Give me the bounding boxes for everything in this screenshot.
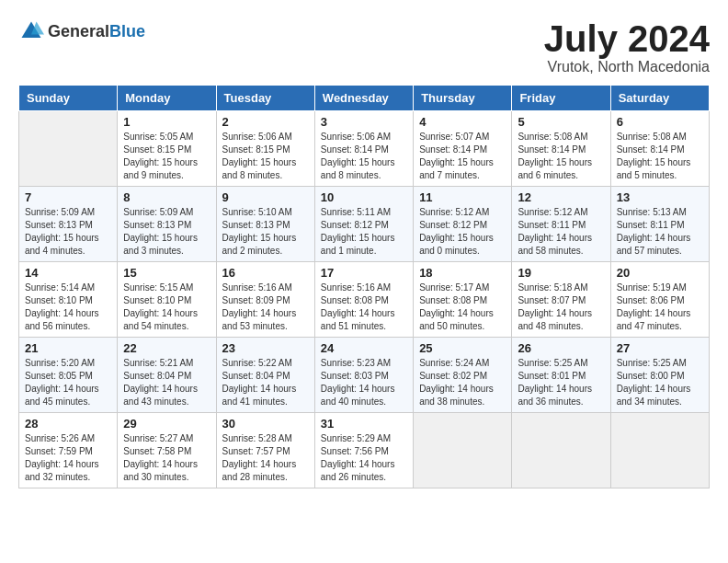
day-info: Sunrise: 5:19 AMSunset: 8:06 PMDaylight:… [617,282,703,333]
calendar-cell: 25Sunrise: 5:24 AMSunset: 8:02 PMDayligh… [414,338,512,413]
page-header: GeneralBlue July 2024 Vrutok, North Mace… [18,18,710,75]
day-number: 31 [321,417,407,431]
calendar-cell: 5Sunrise: 5:08 AMSunset: 8:14 PMDaylight… [512,111,610,187]
day-number: 26 [518,341,604,355]
header-day-wednesday: Wednesday [314,86,413,111]
day-info: Sunrise: 5:08 AMSunset: 8:14 PMDaylight:… [617,131,703,182]
month-title: July 2024 [544,18,710,59]
day-info: Sunrise: 5:22 AMSunset: 8:04 PMDaylight:… [222,357,309,408]
day-info: Sunrise: 5:14 AMSunset: 8:10 PMDaylight:… [25,282,111,333]
day-number: 19 [518,266,604,280]
day-number: 15 [123,266,210,280]
calendar-cell [414,413,512,488]
day-number: 24 [321,341,407,355]
calendar-table: SundayMondayTuesdayWednesdayThursdayFrid… [18,85,710,488]
calendar-cell: 27Sunrise: 5:25 AMSunset: 8:00 PMDayligh… [610,338,709,413]
calendar-cell: 10Sunrise: 5:11 AMSunset: 8:12 PMDayligh… [314,187,413,262]
day-number: 23 [222,341,309,355]
day-number: 8 [123,190,210,204]
day-info: Sunrise: 5:26 AMSunset: 7:59 PMDaylight:… [25,432,111,484]
calendar-cell: 8Sunrise: 5:09 AMSunset: 8:13 PMDaylight… [118,187,216,262]
day-info: Sunrise: 5:15 AMSunset: 8:10 PMDaylight:… [123,282,210,333]
day-info: Sunrise: 5:12 AMSunset: 8:11 PMDaylight:… [518,206,604,258]
day-info: Sunrise: 5:09 AMSunset: 8:13 PMDaylight:… [25,206,111,258]
day-info: Sunrise: 5:21 AMSunset: 8:04 PMDaylight:… [123,357,210,408]
day-info: Sunrise: 5:17 AMSunset: 8:08 PMDaylight:… [419,282,506,333]
calendar-cell: 18Sunrise: 5:17 AMSunset: 8:08 PMDayligh… [414,262,512,338]
day-info: Sunrise: 5:24 AMSunset: 8:02 PMDaylight:… [419,357,506,408]
header-row: SundayMondayTuesdayWednesdayThursdayFrid… [19,86,710,111]
day-info: Sunrise: 5:29 AMSunset: 7:56 PMDaylight:… [321,432,407,484]
day-info: Sunrise: 5:11 AMSunset: 8:12 PMDaylight:… [321,206,407,258]
day-info: Sunrise: 5:09 AMSunset: 8:13 PMDaylight:… [123,206,210,258]
calendar-cell: 31Sunrise: 5:29 AMSunset: 7:56 PMDayligh… [314,413,413,488]
calendar-cell [512,413,610,488]
week-row-5: 28Sunrise: 5:26 AMSunset: 7:59 PMDayligh… [19,413,710,488]
calendar-cell: 24Sunrise: 5:23 AMSunset: 8:03 PMDayligh… [314,338,413,413]
day-info: Sunrise: 5:16 AMSunset: 8:08 PMDaylight:… [321,282,407,333]
day-info: Sunrise: 5:25 AMSunset: 8:01 PMDaylight:… [518,357,604,408]
calendar-cell: 22Sunrise: 5:21 AMSunset: 8:04 PMDayligh… [118,338,216,413]
day-info: Sunrise: 5:06 AMSunset: 8:15 PMDaylight:… [222,131,309,182]
day-info: Sunrise: 5:28 AMSunset: 7:57 PMDaylight:… [222,432,309,484]
logo-text-blue: Blue [109,22,145,40]
day-number: 20 [617,266,703,280]
calendar-cell: 9Sunrise: 5:10 AMSunset: 8:13 PMDaylight… [216,187,314,262]
day-number: 22 [123,341,210,355]
calendar-cell: 7Sunrise: 5:09 AMSunset: 8:13 PMDaylight… [19,187,118,262]
calendar-cell: 14Sunrise: 5:14 AMSunset: 8:10 PMDayligh… [19,262,118,338]
calendar-cell: 12Sunrise: 5:12 AMSunset: 8:11 PMDayligh… [512,187,610,262]
day-number: 13 [617,190,703,204]
day-info: Sunrise: 5:06 AMSunset: 8:14 PMDaylight:… [321,131,407,182]
day-number: 17 [321,266,407,280]
calendar-cell: 23Sunrise: 5:22 AMSunset: 8:04 PMDayligh… [216,338,314,413]
calendar-cell: 11Sunrise: 5:12 AMSunset: 8:12 PMDayligh… [414,187,512,262]
day-info: Sunrise: 5:10 AMSunset: 8:13 PMDaylight:… [222,206,309,258]
day-number: 1 [123,115,210,129]
calendar-cell: 3Sunrise: 5:06 AMSunset: 8:14 PMDaylight… [314,111,413,187]
day-number: 2 [222,115,309,129]
day-number: 4 [419,115,506,129]
day-info: Sunrise: 5:27 AMSunset: 7:58 PMDaylight:… [123,432,210,484]
calendar-cell: 4Sunrise: 5:07 AMSunset: 8:14 PMDaylight… [414,111,512,187]
calendar-cell: 19Sunrise: 5:18 AMSunset: 8:07 PMDayligh… [512,262,610,338]
day-info: Sunrise: 5:13 AMSunset: 8:11 PMDaylight:… [617,206,703,258]
logo-icon [18,18,44,44]
calendar-cell: 1Sunrise: 5:05 AMSunset: 8:15 PMDaylight… [118,111,216,187]
location-title: Vrutok, North Macedonia [544,59,710,75]
day-number: 10 [321,190,407,204]
logo-text-general: General [48,22,109,40]
calendar-cell: 28Sunrise: 5:26 AMSunset: 7:59 PMDayligh… [19,413,118,488]
header-day-tuesday: Tuesday [216,86,314,111]
logo: GeneralBlue [18,18,145,44]
day-info: Sunrise: 5:20 AMSunset: 8:05 PMDaylight:… [25,357,111,408]
calendar-cell: 30Sunrise: 5:28 AMSunset: 7:57 PMDayligh… [216,413,314,488]
week-row-3: 14Sunrise: 5:14 AMSunset: 8:10 PMDayligh… [19,262,710,338]
day-number: 5 [518,115,604,129]
calendar-cell: 20Sunrise: 5:19 AMSunset: 8:06 PMDayligh… [610,262,709,338]
week-row-2: 7Sunrise: 5:09 AMSunset: 8:13 PMDaylight… [19,187,710,262]
day-number: 9 [222,190,309,204]
day-number: 30 [222,417,309,431]
week-row-1: 1Sunrise: 5:05 AMSunset: 8:15 PMDaylight… [19,111,710,187]
day-number: 16 [222,266,309,280]
day-info: Sunrise: 5:07 AMSunset: 8:14 PMDaylight:… [419,131,506,182]
day-info: Sunrise: 5:23 AMSunset: 8:03 PMDaylight:… [321,357,407,408]
day-number: 14 [25,266,111,280]
day-info: Sunrise: 5:12 AMSunset: 8:12 PMDaylight:… [419,206,506,258]
week-row-4: 21Sunrise: 5:20 AMSunset: 8:05 PMDayligh… [19,338,710,413]
header-day-monday: Monday [118,86,216,111]
calendar-cell [610,413,709,488]
calendar-cell: 6Sunrise: 5:08 AMSunset: 8:14 PMDaylight… [610,111,709,187]
day-number: 11 [419,190,506,204]
title-block: July 2024 Vrutok, North Macedonia [544,18,710,75]
day-number: 29 [123,417,210,431]
calendar-cell: 15Sunrise: 5:15 AMSunset: 8:10 PMDayligh… [118,262,216,338]
calendar-cell [19,111,118,187]
day-info: Sunrise: 5:16 AMSunset: 8:09 PMDaylight:… [222,282,309,333]
day-number: 27 [617,341,703,355]
day-info: Sunrise: 5:08 AMSunset: 8:14 PMDaylight:… [518,131,604,182]
day-number: 6 [617,115,703,129]
header-day-sunday: Sunday [19,86,118,111]
day-number: 28 [25,417,111,431]
